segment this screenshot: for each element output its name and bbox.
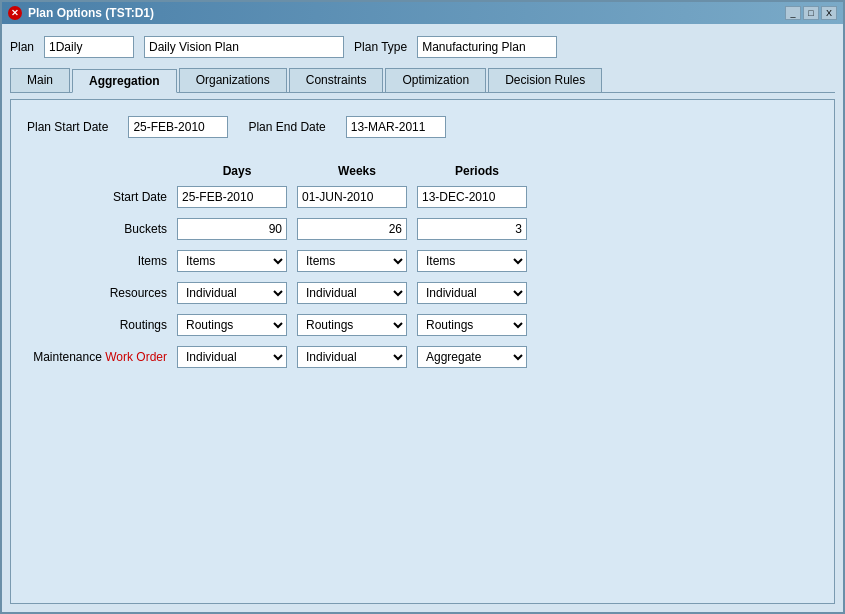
start-date-periods[interactable] <box>417 186 527 208</box>
items-days-wrapper: Items Aggregate <box>177 250 287 272</box>
routings-weeks-select[interactable]: Routings Aggregate <box>297 314 407 336</box>
items-periods-select[interactable]: Items Aggregate <box>417 250 527 272</box>
title-controls: _ □ X <box>785 6 837 20</box>
resources-weeks-wrapper: Individual Aggregate <box>297 282 407 304</box>
start-date-weeks[interactable] <box>297 186 407 208</box>
tab-aggregation[interactable]: Aggregation <box>72 69 177 93</box>
tab-organizations[interactable]: Organizations <box>179 68 287 92</box>
window-title: Plan Options (TST:D1) <box>28 6 154 20</box>
start-date-row: Start Date <box>27 186 818 208</box>
routings-row: Routings Routings Aggregate Routings Agg… <box>27 314 818 336</box>
items-weeks-wrapper: Items Aggregate <box>297 250 407 272</box>
date-row: Plan Start Date Plan End Date <box>27 116 818 138</box>
resources-row: Resources Individual Aggregate Individua… <box>27 282 818 304</box>
items-row: Items Items Aggregate Items Aggregate <box>27 250 818 272</box>
buckets-weeks[interactable] <box>297 218 407 240</box>
items-periods-wrapper: Items Aggregate <box>417 250 527 272</box>
minimize-button[interactable]: _ <box>785 6 801 20</box>
start-date-days[interactable] <box>177 186 287 208</box>
items-days-select[interactable]: Items Aggregate <box>177 250 287 272</box>
resources-periods-wrapper: Individual Aggregate <box>417 282 527 304</box>
tab-constraints[interactable]: Constraints <box>289 68 384 92</box>
items-label: Items <box>27 254 177 268</box>
mwo-days-wrapper: Individual Aggregate <box>177 346 287 368</box>
tab-main[interactable]: Main <box>10 68 70 92</box>
resources-days-select[interactable]: Individual Aggregate <box>177 282 287 304</box>
plan-input[interactable] <box>44 36 134 58</box>
tabs-container: Main Aggregation Organizations Constrain… <box>10 68 835 93</box>
aggregation-grid: Days Weeks Periods Start Date Buckets <box>27 162 818 372</box>
mwo-weeks-select[interactable]: Individual Aggregate <box>297 346 407 368</box>
start-date-label: Start Date <box>27 190 177 204</box>
resources-periods-select[interactable]: Individual Aggregate <box>417 282 527 304</box>
grid-header: Days Weeks Periods <box>27 162 818 180</box>
header-row: Plan Plan Type <box>10 32 835 62</box>
routings-days-select[interactable]: Routings Aggregate <box>177 314 287 336</box>
mwo-days-select[interactable]: Individual Aggregate <box>177 346 287 368</box>
buckets-days[interactable] <box>177 218 287 240</box>
resources-weeks-select[interactable]: Individual Aggregate <box>297 282 407 304</box>
header-spacer <box>27 162 177 180</box>
days-header: Days <box>177 162 297 180</box>
resources-label: Resources <box>27 286 177 300</box>
title-bar: ✕ Plan Options (TST:D1) _ □ X <box>2 2 843 24</box>
routings-periods-select[interactable]: Routings Aggregate <box>417 314 527 336</box>
routings-days-wrapper: Routings Aggregate <box>177 314 287 336</box>
resources-days-wrapper: Individual Aggregate <box>177 282 287 304</box>
plan-start-date-label: Plan Start Date <box>27 120 108 134</box>
mwo-weeks-wrapper: Individual Aggregate <box>297 346 407 368</box>
close-button[interactable]: X <box>821 6 837 20</box>
buckets-label: Buckets <box>27 222 177 236</box>
items-weeks-select[interactable]: Items Aggregate <box>297 250 407 272</box>
maintenance-row: Maintenance Work Order Individual Aggreg… <box>27 346 818 368</box>
plan-end-date-label: Plan End Date <box>248 120 325 134</box>
routings-label: Routings <box>27 318 177 332</box>
window-content: Plan Plan Type Main Aggregation Organiza… <box>2 24 843 612</box>
aggregation-panel: Plan Start Date Plan End Date Days Weeks… <box>10 99 835 604</box>
plan-name-input[interactable] <box>144 36 344 58</box>
oracle-icon: ✕ <box>8 6 22 20</box>
maintenance-label: Maintenance Work Order <box>27 350 177 364</box>
routings-periods-wrapper: Routings Aggregate <box>417 314 527 336</box>
plan-start-date-input[interactable] <box>128 116 228 138</box>
plan-type-label: Plan Type <box>354 40 407 54</box>
title-bar-left: ✕ Plan Options (TST:D1) <box>8 6 154 20</box>
plan-label: Plan <box>10 40 34 54</box>
mwo-periods-wrapper: Aggregate Individual <box>417 346 527 368</box>
buckets-row: Buckets <box>27 218 818 240</box>
plan-type-input[interactable] <box>417 36 557 58</box>
tab-decision-rules[interactable]: Decision Rules <box>488 68 602 92</box>
plan-end-date-input[interactable] <box>346 116 446 138</box>
mwo-periods-select[interactable]: Aggregate Individual <box>417 346 527 368</box>
weeks-header: Weeks <box>297 162 417 180</box>
routings-weeks-wrapper: Routings Aggregate <box>297 314 407 336</box>
tab-optimization[interactable]: Optimization <box>385 68 486 92</box>
buckets-periods[interactable] <box>417 218 527 240</box>
main-window: ✕ Plan Options (TST:D1) _ □ X Plan Plan … <box>0 0 845 614</box>
maximize-button[interactable]: □ <box>803 6 819 20</box>
periods-header: Periods <box>417 162 537 180</box>
